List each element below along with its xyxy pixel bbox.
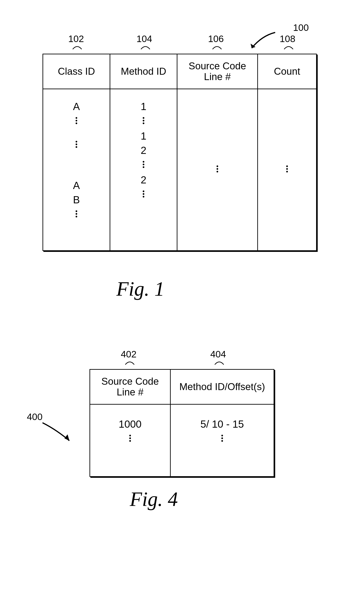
vdots-icon [110, 116, 177, 124]
figure-4-caption: Fig. 4 [130, 488, 178, 511]
vdots-icon [43, 210, 110, 218]
ref-label-402: 402 [121, 349, 136, 360]
vdots-icon [258, 165, 316, 173]
col-source-line [178, 89, 258, 250]
figure-1-caption: Fig. 1 [116, 277, 164, 300]
vdots-icon [90, 434, 170, 442]
col-source-line: 1000 [90, 405, 171, 476]
col-count [258, 89, 316, 250]
table-body: A A B 1 1 2 2 [43, 89, 316, 250]
header-count: Count [258, 54, 316, 88]
header-source-line: Source Code Line # [178, 54, 258, 88]
vdots-icon [110, 160, 177, 168]
table-header-row: Source Code Line # Method ID/Offset(s) [90, 370, 274, 405]
col-class-id: A A B [43, 89, 110, 250]
vdots-icon [178, 165, 257, 173]
ref-label-100: 100 [293, 22, 309, 33]
header-method-id: Method ID [110, 54, 178, 88]
vdots-icon [110, 190, 177, 198]
header-class-id: Class ID [43, 54, 110, 88]
column-ref-labels: 102 104 106 108 [43, 34, 322, 52]
vdots-icon [43, 116, 110, 124]
col-method-offset: 5/ 10 - 15 [171, 405, 274, 476]
table-100: Class ID Method ID Source Code Line # Co… [43, 54, 317, 251]
col-method-id: 1 1 2 2 [110, 89, 178, 250]
table-body: 1000 5/ 10 - 15 [90, 405, 274, 476]
ref-label-102: 102 [68, 34, 84, 44]
ref-label-106: 106 [208, 34, 224, 44]
figure-1: 100 102 104 106 108 Class ID Method ID S… [43, 34, 322, 251]
header-source-line: Source Code Line # [90, 370, 171, 404]
column-ref-labels: 402 404 [89, 349, 291, 367]
ref-label-108: 108 [280, 34, 295, 44]
ref-label-404: 404 [210, 349, 226, 360]
vdots-icon [171, 434, 274, 442]
ref-label-104: 104 [136, 34, 152, 44]
page: 100 102 104 106 108 Class ID Method ID S… [0, 0, 364, 599]
vdots-icon [43, 140, 110, 148]
table-header-row: Class ID Method ID Source Code Line # Co… [43, 54, 316, 89]
header-method-offset: Method ID/Offset(s) [171, 370, 274, 404]
figure-4: 400 402 404 Source Code Line # Method ID… [89, 349, 291, 477]
table-400: Source Code Line # Method ID/Offset(s) 1… [89, 369, 274, 477]
